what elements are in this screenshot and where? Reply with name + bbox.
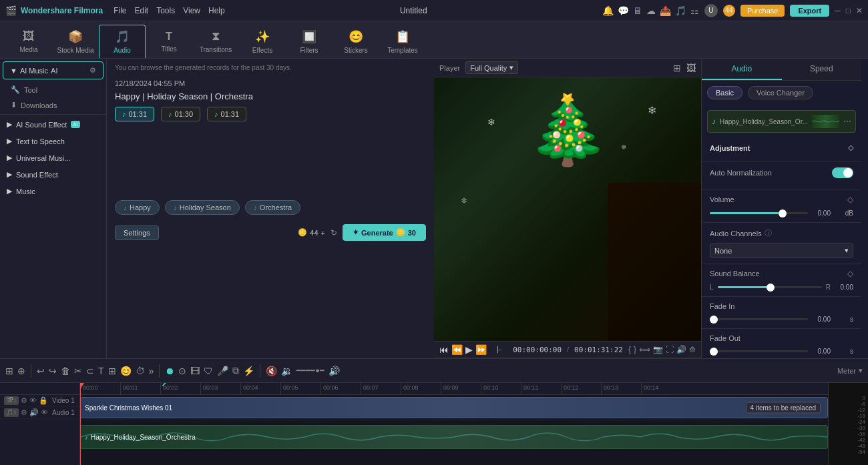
tab-filters[interactable]: 🔲 Filters (286, 25, 333, 58)
upload-icon[interactable]: 📤 (660, 5, 671, 16)
subtab-voice-changer[interactable]: Voice Changer (748, 86, 813, 99)
apps-icon[interactable]: ⚏ (690, 5, 699, 16)
play-button[interactable]: ▶ (465, 344, 473, 355)
meter-arrow-icon[interactable]: ▾ (859, 366, 863, 375)
notification-icon[interactable]: 🔔 (602, 5, 614, 16)
tab-titles[interactable]: T Titles (146, 25, 192, 58)
more-icon[interactable]: » (149, 366, 154, 376)
menu-edit[interactable]: Edit (134, 6, 148, 15)
shield-icon[interactable]: 🛡 (204, 366, 213, 376)
chat-icon[interactable]: 💬 (618, 5, 629, 16)
balance-slider[interactable] (718, 286, 822, 288)
volume-slider[interactable] (710, 212, 808, 214)
sidebar-item-downloads[interactable]: ⬇ Downloads (0, 97, 106, 113)
video-track-settings-icon[interactable]: ⚙ (21, 396, 27, 405)
track-item-3[interactable]: ♪ 01:31 (207, 107, 246, 121)
sidebar-item-sound-effect[interactable]: ▶ Sound Effect (0, 166, 106, 183)
audio-icon[interactable]: 🔊 (676, 345, 686, 354)
generate-button[interactable]: ✦ Generate 🪙 30 (343, 224, 426, 241)
audio-track-vol-icon[interactable]: 🔊 (29, 408, 39, 417)
sidebar-item-ai-sound-effect[interactable]: ▶ AI Sound Effect AI (0, 116, 106, 133)
tag-orchestra[interactable]: ♪ Orchestra (245, 200, 300, 215)
video-track-lock-icon[interactable]: 🔒 (39, 396, 48, 405)
sidebar-item-tool[interactable]: 🔧 Tool (0, 82, 106, 97)
subtab-basic[interactable]: Basic (707, 86, 742, 99)
record-icon[interactable]: ⏺ (165, 366, 174, 376)
vol-up-icon[interactable]: 🔊 (329, 366, 340, 376)
layout-icon[interactable]: ⊞ (673, 63, 681, 73)
volume-slider-mini[interactable]: ━━━━●━ (296, 366, 324, 375)
menu-file[interactable]: File (114, 6, 126, 15)
mic-icon[interactable]: 🎤 (217, 366, 228, 376)
tab-stock-media[interactable]: 📦 Stock Media (52, 25, 99, 58)
track-options-icon[interactable]: ⋯ (843, 117, 851, 126)
adjustment-expand-icon[interactable]: ◇ (848, 143, 853, 152)
auto-norm-toggle[interactable] (832, 167, 853, 178)
layers-icon[interactable]: ⧉ (232, 365, 239, 376)
split-icon[interactable]: ⟺ (639, 345, 650, 354)
tab-speed-props[interactable]: Speed (782, 59, 862, 80)
mark-in-icon[interactable]: { (628, 345, 631, 354)
mark-out-icon[interactable]: } (634, 345, 636, 354)
mask-icon[interactable]: ⊙ (178, 366, 186, 376)
tab-effects[interactable]: ✨ Effects (239, 25, 286, 58)
track-item-1[interactable]: ♪ 01:31 (115, 107, 154, 121)
audio-clip[interactable]: ♪ Happy_Holiday_Season_Orchestra (80, 425, 828, 449)
insert-icon[interactable]: ⊞ (108, 366, 116, 376)
fade-out-slider[interactable] (710, 350, 808, 352)
export-button[interactable]: Export (790, 5, 829, 17)
monitor-icon[interactable]: 🖥 (633, 5, 642, 16)
playhead[interactable] (80, 383, 81, 465)
tag-holiday-season[interactable]: ♪ Holiday Season (165, 200, 240, 215)
menu-tools[interactable]: Tools (156, 6, 175, 15)
track-item-2[interactable]: ♪ 01:30 (161, 107, 200, 121)
video-track-eye-icon[interactable]: 👁 (29, 396, 37, 405)
zoom-icon[interactable]: ⟰ (689, 345, 696, 354)
close-icon[interactable]: ✕ (856, 6, 863, 15)
menu-view[interactable]: View (183, 6, 200, 15)
refresh-icon[interactable]: ↻ (331, 228, 337, 238)
text-icon[interactable]: T (98, 366, 104, 376)
undo-icon[interactable]: ↩ (37, 366, 45, 376)
copy-icon[interactable]: ⊂ (86, 366, 94, 376)
tab-stickers[interactable]: 😊 Stickers (333, 25, 379, 58)
mute-icon[interactable]: 🔇 (266, 366, 277, 376)
music-icon[interactable]: 🎵 (675, 5, 686, 16)
audio-track-eye-icon[interactable]: 👁 (41, 408, 48, 417)
tab-templates[interactable]: 📋 Templates (379, 25, 426, 58)
video-clip[interactable]: Sparkle Christmas Wishes 01 4 items to b… (80, 397, 828, 418)
magnet-icon[interactable]: ⊕ (17, 366, 25, 376)
tab-audio-props[interactable]: Audio (702, 59, 782, 80)
photo-icon[interactable]: 🖼 (686, 63, 696, 73)
plus-icon[interactable]: + (321, 229, 325, 237)
grid-icon[interactable]: ⊞ (5, 366, 13, 376)
sound-balance-expand-icon[interactable]: ◇ (847, 269, 853, 278)
volume-expand-icon[interactable]: ◇ (847, 195, 853, 204)
ai2-icon[interactable]: ⚡ (243, 366, 254, 376)
prev-frame-button[interactable]: ⏮ (439, 344, 449, 355)
quality-select[interactable]: Full Quality ▾ (465, 61, 518, 74)
cut-icon[interactable]: ✂ (74, 366, 82, 376)
fullscreen-icon[interactable]: ⛶ (666, 345, 674, 354)
tag-happy[interactable]: ♪ Happy (115, 200, 160, 215)
channels-select[interactable]: None ▾ (710, 244, 853, 258)
delete-icon[interactable]: 🗑 (61, 366, 70, 376)
fade-in-slider[interactable] (710, 318, 808, 320)
vol-icon[interactable]: 🔉 (281, 366, 292, 376)
minimize-icon[interactable]: ─ (835, 6, 841, 15)
emoji-icon[interactable]: 😊 (120, 366, 132, 376)
sidebar-item-text-to-speech[interactable]: ▶ Text to Speech (0, 133, 106, 149)
sidebar-item-music[interactable]: ▶ Music (0, 183, 106, 199)
user-avatar[interactable]: U (704, 4, 718, 17)
rewind-button[interactable]: ⏪ (451, 344, 463, 355)
tab-audio[interactable]: 🎵 Audio (99, 25, 146, 58)
redo-icon[interactable]: ↪ (49, 366, 57, 376)
fast-forward-button[interactable]: ⏩ (475, 344, 487, 355)
tab-media[interactable]: 🖼 Media (5, 25, 52, 58)
settings-button[interactable]: Settings (115, 225, 159, 240)
sidebar-item-universal-music[interactable]: ▶ Universal Musi... (0, 149, 106, 166)
menu-help[interactable]: Help (208, 6, 225, 15)
progress-bar[interactable] (497, 349, 502, 351)
audio-track-settings-icon[interactable]: ⚙ (21, 408, 27, 417)
film-icon[interactable]: 🎞 (190, 366, 200, 376)
